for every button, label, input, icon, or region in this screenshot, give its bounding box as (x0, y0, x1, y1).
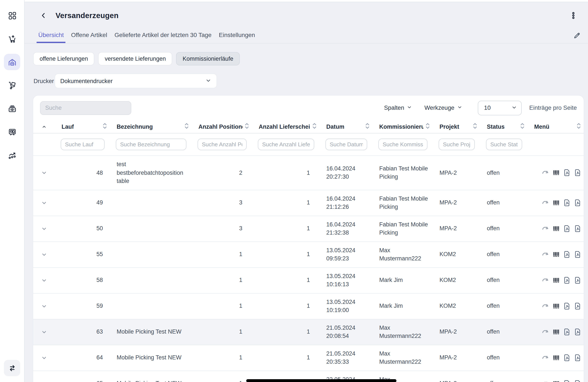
barcode-button[interactable] (552, 225, 560, 233)
horizontal-scrollbar[interactable] (246, 379, 397, 382)
page-size-select[interactable]: 10 (478, 101, 522, 115)
row-expand-button[interactable] (33, 170, 55, 176)
printer-select[interactable]: Dokumentendrucker (55, 74, 217, 88)
filter-cell-bezeichnung (110, 139, 191, 150)
forward-button[interactable] (542, 251, 549, 258)
cell-menu (527, 298, 584, 314)
pdf-file-icon (563, 169, 571, 177)
pdf-button-2[interactable] (563, 328, 571, 336)
row-expand-button[interactable] (33, 303, 55, 309)
sort-icon[interactable] (575, 123, 581, 130)
filter-input-projekt[interactable] (439, 139, 475, 150)
cell-kommissionierung: Fabian Test Mobile Picking (372, 190, 433, 215)
forward-button[interactable] (542, 169, 549, 177)
sort-icon[interactable] (423, 123, 430, 130)
filter-input-lieferscheine[interactable] (258, 139, 314, 150)
filter-input-positionen[interactable] (198, 139, 247, 150)
barcode-button[interactable] (552, 276, 560, 284)
barcode-button[interactable] (552, 251, 560, 258)
pdf-button-3[interactable] (574, 328, 582, 336)
pdf-button-3[interactable] (574, 276, 582, 284)
barcode-button[interactable] (552, 328, 560, 336)
pdf-button-3[interactable] (574, 199, 582, 207)
tab-1[interactable]: Übersicht (37, 30, 65, 43)
tab-4[interactable]: Einstellungen (217, 30, 257, 43)
sidebar-item-cart-export[interactable] (4, 31, 20, 47)
sidebar-item-warehouse[interactable] (4, 54, 20, 70)
sidebar-item-register[interactable] (4, 124, 20, 140)
pdf-file-icon (563, 276, 571, 284)
columns-dropdown-button[interactable]: Spalten (384, 105, 412, 111)
filter-chip-1[interactable]: offene Lieferungen (33, 52, 94, 65)
pdf-button-3[interactable] (574, 380, 582, 382)
sidebar-item-cash[interactable] (4, 100, 20, 117)
pdf-button-3[interactable] (574, 169, 582, 177)
sort-icon[interactable] (310, 123, 317, 130)
tab-3[interactable]: Gelieferte Artikel der letzten 30 Tage (113, 30, 213, 43)
sidebar-item-chart[interactable] (4, 147, 20, 163)
cell-menu (527, 349, 584, 366)
pdf-button-3[interactable] (574, 354, 582, 361)
forward-button[interactable] (542, 199, 549, 207)
sort-icon[interactable] (243, 123, 249, 130)
forward-button[interactable] (542, 276, 549, 284)
barcode-button[interactable] (552, 302, 560, 310)
sidebar-item-hand-truck[interactable] (4, 77, 20, 93)
sort-icon[interactable] (183, 123, 189, 130)
filter-input-bezeichnung[interactable] (116, 139, 186, 150)
barcode-button[interactable] (552, 199, 560, 207)
filter-chip-2[interactable]: versendete Lieferungen (98, 52, 172, 65)
forward-button[interactable] (542, 354, 549, 361)
sidebar-item-swap[interactable] (4, 360, 20, 376)
search-input[interactable] (40, 101, 131, 115)
pdf-button-3[interactable] (574, 302, 582, 310)
back-button[interactable] (39, 11, 48, 20)
pdf-button-2[interactable] (563, 169, 571, 177)
row-expand-button[interactable] (33, 329, 55, 335)
tab-2[interactable]: Offene Artikel (69, 30, 109, 43)
sort-icon[interactable] (101, 123, 107, 130)
row-expand-button[interactable] (33, 225, 55, 232)
pdf-file-icon (563, 199, 571, 207)
pdf-button-2[interactable] (563, 225, 571, 233)
filter-chip-3[interactable]: Kommissionierläufe (176, 52, 240, 65)
pdf-button-3[interactable] (574, 251, 582, 258)
row-expand-button[interactable] (33, 380, 55, 382)
row-expand-button[interactable] (33, 355, 55, 361)
filter-input-lauf[interactable] (61, 139, 105, 150)
forward-button[interactable] (542, 328, 549, 336)
barcode-icon (552, 169, 560, 177)
row-expand-button[interactable] (33, 251, 55, 258)
filter-input-datum[interactable] (325, 139, 367, 150)
row-expand-button[interactable] (33, 199, 55, 206)
cell-projekt: KOM2 (433, 246, 480, 263)
kebab-menu-button[interactable] (568, 10, 579, 21)
pdf-button-2[interactable] (563, 276, 571, 284)
expand-all-header[interactable] (33, 124, 55, 129)
forward-button[interactable] (542, 380, 549, 382)
sort-icon[interactable] (471, 123, 477, 130)
filter-input-status[interactable] (486, 139, 522, 150)
pdf-button-2[interactable] (563, 199, 571, 207)
sort-icon[interactable] (518, 123, 525, 130)
pdf-button-3[interactable] (574, 225, 582, 233)
column-header-projekt: Projekt (433, 123, 480, 130)
pdf-button-2[interactable] (563, 354, 571, 361)
filter-input-kommissionierung[interactable] (378, 139, 427, 150)
barcode-button[interactable] (552, 354, 560, 361)
sidebar-item-dashboard[interactable] (4, 7, 20, 24)
forward-button[interactable] (542, 302, 549, 310)
tools-dropdown-button[interactable]: Werkzeuge (424, 105, 462, 111)
barcode-button[interactable] (552, 380, 560, 382)
pdf-button-2[interactable] (563, 302, 571, 310)
pdf-button-2[interactable] (563, 251, 571, 258)
forward-button[interactable] (542, 225, 549, 233)
cell-status: offen (480, 246, 527, 263)
cell-status: offen (480, 220, 527, 237)
barcode-button[interactable] (552, 169, 560, 177)
sort-icon[interactable] (363, 123, 370, 130)
cart-export-icon (7, 34, 17, 43)
edit-button[interactable] (573, 32, 582, 41)
pdf-button-2[interactable] (563, 380, 571, 382)
row-expand-button[interactable] (33, 277, 55, 283)
